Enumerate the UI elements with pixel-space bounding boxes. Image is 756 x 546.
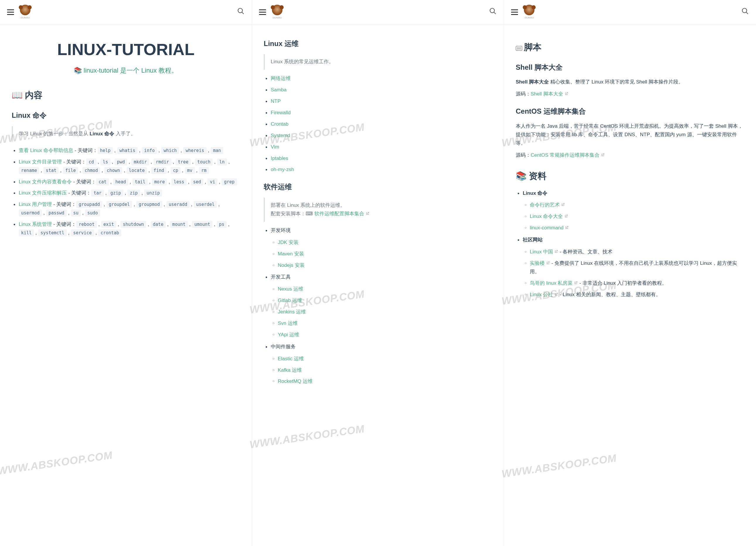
external-link-icon (365, 210, 370, 214)
quote-software: 部署在 Linux 系统上的软件运维。 配套安装脚本：⌨ 软件运维配置脚本集合 (264, 198, 492, 222)
kw-code: tail (132, 178, 148, 186)
software-scripts-link[interactable]: 软件运维配置脚本集合 (314, 211, 370, 217)
centos-source-link[interactable]: CentOS 常规操作运维脚本集合 (531, 152, 605, 158)
soft-link[interactable]: YApi 运维 (278, 332, 299, 337)
list-item: Firewalld (271, 109, 492, 117)
shell-desc: Shell 脚本大全 精心收集、整理了 Linux 环境下的常见 Shell 脚… (516, 78, 744, 86)
logo[interactable]: DUNWU (272, 5, 282, 20)
list-item: Linux 命令大全 (530, 212, 744, 221)
ops-list: 网络运维SambaNTPFirewalldCrontabSystemdVimIp… (264, 74, 492, 174)
soft-link[interactable]: Jenkins 运维 (278, 309, 306, 314)
header-bar: DUNWU (0, 0, 252, 25)
ops-link[interactable]: Firewalld (271, 110, 291, 115)
soft-link[interactable]: Nexus 运维 (278, 286, 303, 292)
section-heading-ops: Linux 运维 (264, 38, 492, 50)
list-group: 开发环境JDK 安装Maven 安装Nodejs 安装 (271, 227, 492, 270)
cmd-link[interactable]: Linux 文件压缩和解压 (19, 190, 67, 196)
section-heading-scripts: 脚本 (516, 40, 744, 55)
svg-point-4 (742, 8, 747, 13)
external-link-icon (546, 260, 550, 264)
external-link-icon (554, 291, 558, 295)
ops-link[interactable]: Systemd (271, 133, 290, 138)
soft-link[interactable]: JDK 安装 (278, 240, 299, 245)
shell-source-link[interactable]: Shell 脚本大全 (531, 91, 568, 97)
kw-code: which (161, 147, 179, 154)
res-link[interactable]: linux-command (530, 225, 569, 231)
watermark: WWW.ABSKOOP.COM (500, 449, 618, 483)
kw-code: grep (222, 178, 237, 186)
soft-link[interactable]: Elastic 运维 (278, 356, 304, 361)
list-item: oh-my-zsh (271, 166, 492, 174)
list-item: Linux 文件内容查看命令 - 关键词：cat , head , tail ,… (19, 178, 240, 186)
ops-link[interactable]: Iptables (271, 156, 288, 161)
ops-link[interactable]: Crontab (271, 121, 288, 127)
cmd-link[interactable]: Linux 文件目录管理 (19, 159, 62, 165)
res-link[interactable]: 鸟哥的 linux 私房菜 (530, 280, 578, 286)
list-item: Iptables (271, 154, 492, 163)
res-link[interactable]: Linux 公社 (530, 292, 558, 297)
logo[interactable]: DUNWU (524, 5, 534, 20)
logo[interactable]: DUNWU (20, 5, 30, 20)
list-item: YApi 运维 (278, 331, 492, 339)
res-link[interactable]: 实验楼 (530, 261, 550, 266)
res-link[interactable]: Linux 中国 (530, 249, 558, 255)
kw-code: usermod (19, 210, 42, 217)
list-item: 网络运维 (271, 74, 492, 83)
kw-code: groupdel (106, 201, 132, 208)
list-item: Linux 文件目录管理 - 关键词：cd , ls , pwd , mkdir… (19, 158, 240, 175)
centos-source: 源码：CentOS 常规操作运维脚本集合 (516, 151, 744, 160)
cmd-link[interactable]: Linux 用户管理 (19, 202, 52, 207)
watermark: WWW.ABSKOOP.COM (0, 446, 114, 480)
list-item: linux-command (530, 224, 744, 232)
kw-code: shutdown (120, 221, 146, 228)
list-item: Systemd (271, 132, 492, 140)
res-link[interactable]: Linux 命令大全 (530, 214, 568, 219)
ops-link[interactable]: oh-my-zsh (271, 167, 294, 172)
kw-code: tar (91, 190, 104, 197)
kw-code: info (142, 147, 157, 154)
kw-code: unzip (144, 190, 162, 197)
soft-link[interactable]: RocketMQ 运维 (278, 378, 313, 384)
ops-link[interactable]: Vim (271, 144, 279, 150)
kw-code: service (71, 229, 94, 237)
cmd-link[interactable]: Linux 文件内容查看命令 (19, 179, 72, 185)
external-link-icon (601, 152, 605, 156)
list-item: 实验楼 - 免费提供了 Linux 在线环境，不用在自己机子上装系统也可以学习 … (530, 259, 744, 276)
search-icon[interactable] (741, 7, 749, 17)
kw-code: cat (96, 178, 109, 186)
soft-link[interactable]: Svn 运维 (278, 320, 298, 326)
kw-code: date (151, 221, 166, 228)
ops-link[interactable]: 网络运维 (271, 76, 291, 81)
kw-code: cp (171, 167, 181, 174)
soft-link[interactable]: Gitlab 运维 (278, 297, 302, 303)
ops-link[interactable]: NTP (271, 98, 281, 104)
svg-line-3 (494, 12, 496, 14)
soft-link[interactable]: Kafka 运维 (278, 367, 302, 373)
soft-link[interactable]: Maven 安装 (278, 251, 304, 257)
kw-code: vi (207, 178, 217, 186)
ops-link[interactable]: Samba (271, 87, 287, 93)
external-link-icon (564, 90, 568, 94)
search-icon[interactable] (237, 7, 245, 17)
cmd-link[interactable]: 查看 Linux 命令帮助信息 (19, 148, 73, 153)
menu-icon[interactable] (511, 9, 518, 15)
kw-code: umount (192, 221, 212, 228)
menu-icon[interactable] (7, 9, 14, 15)
search-icon[interactable] (489, 7, 497, 17)
list-item: Jenkins 运维 (278, 308, 492, 316)
list-group: 开发工具Nexus 运维Gitlab 运维Jenkins 运维Svn 运维YAp… (271, 273, 492, 339)
kw-code: find (151, 167, 166, 174)
cmd-link[interactable]: Linux 系统管理 (19, 222, 52, 227)
soft-link[interactable]: Nodejs 安装 (278, 263, 305, 268)
kw-code: pwd (115, 159, 127, 166)
list-item: NTP (271, 97, 492, 106)
res-link[interactable]: 命令行的艺术 (530, 202, 565, 208)
watermark: WWW.ABSKOOP.COM (248, 420, 366, 454)
external-link-icon (561, 201, 565, 205)
list-item: 命令行的艺术 (530, 201, 744, 210)
menu-icon[interactable] (259, 9, 266, 15)
kw-code: gzip (108, 190, 123, 197)
list-item: JDK 安装 (278, 239, 492, 247)
list-group: 社区网站Linux 中国 - 各种资讯、文章、技术实验楼 - 免费提供了 Lin… (523, 236, 744, 299)
kw-code: passwd (46, 210, 67, 217)
